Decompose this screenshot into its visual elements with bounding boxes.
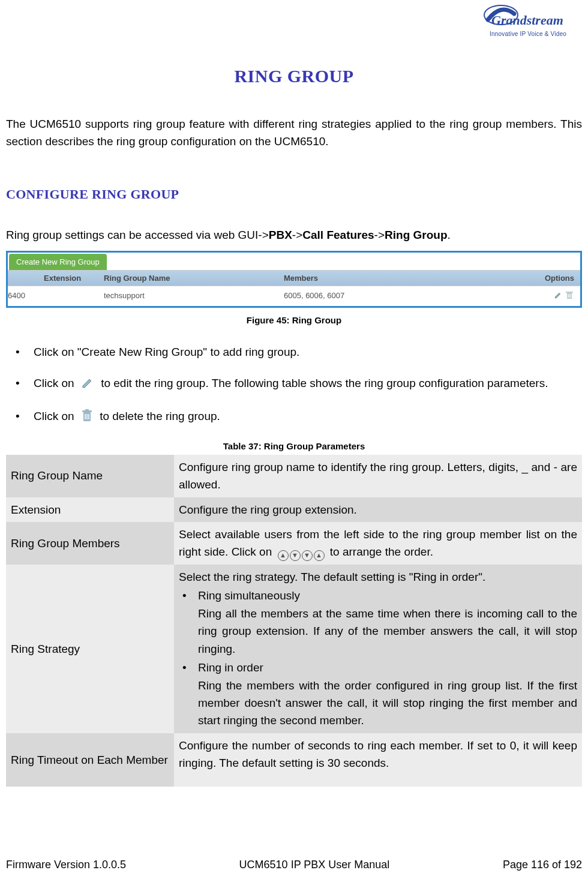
pencil-edit-icon xyxy=(81,376,94,394)
brand-logo: Grandstream Innovative IP Voice & Video xyxy=(474,3,582,37)
cell-name: techsupport xyxy=(104,289,284,304)
bullet-pre: Click on xyxy=(34,377,77,389)
strategy-title: Ring simultaneously xyxy=(198,589,300,602)
arrange-order-icons: ▲ ▼ ▼ ▲ xyxy=(278,550,325,561)
screenshot-data-row: 6400 techsupport 6005, 6006, 6007 xyxy=(8,286,580,306)
table-row: Ring Timeout on Each Member Configure th… xyxy=(6,733,582,787)
svg-text:Grandstream: Grandstream xyxy=(491,13,563,28)
page-title: RING GROUP xyxy=(6,66,582,86)
instruction-list: Click on "Create New Ring Group" to add … xyxy=(6,343,582,427)
list-item: Click on to edit the ring group. The fol… xyxy=(16,374,582,394)
parameters-table: Ring Group Name Configure ring group nam… xyxy=(6,455,582,787)
footer-manual: UCM6510 IP PBX User Manual xyxy=(239,859,390,871)
edit-icon xyxy=(554,291,562,299)
page-content: RING GROUP The UCM6510 supports ring gro… xyxy=(0,6,588,787)
param-name: Ring Strategy xyxy=(6,565,174,733)
config-b1: PBX xyxy=(269,229,292,241)
table-row: Ring Group Name Configure ring group nam… xyxy=(6,455,582,497)
move-top-icon: ▲ xyxy=(278,550,289,561)
param-name: Ring Group Name xyxy=(6,455,174,497)
param-name: Ring Group Members xyxy=(6,522,174,565)
col-ring-group-name: Ring Group Name xyxy=(104,271,284,286)
bullet-text: Click on "Create New Ring Group" to add … xyxy=(34,346,299,358)
logo-tagline: Innovative IP Voice & Video xyxy=(474,31,582,37)
param-desc: Configure the ring group extension. xyxy=(174,497,582,522)
ring-group-screenshot: Create New Ring Group Extension Ring Gro… xyxy=(6,251,582,308)
param-desc: Select the ring strategy. The default se… xyxy=(174,565,582,733)
config-b3: Ring Group xyxy=(385,229,447,241)
cell-extension: 6400 xyxy=(8,289,104,304)
table-row: Ring Strategy Select the ring strategy. … xyxy=(6,565,582,733)
col-members: Members xyxy=(284,271,494,286)
table-row: Extension Configure the ring group exten… xyxy=(6,497,582,522)
list-item: Click on to delete the ring group. xyxy=(16,407,582,427)
list-item: Ring simultaneously Ring all the members… xyxy=(179,587,577,658)
strategy-intro: Select the ring strategy. The default se… xyxy=(179,568,577,586)
param-name: Extension xyxy=(6,497,174,522)
cell-options xyxy=(494,289,580,304)
footer-page: Page 116 of 192 xyxy=(503,859,582,871)
trash-delete-icon xyxy=(81,409,93,427)
config-sep2: -> xyxy=(374,229,385,241)
table-caption: Table 37: Ring Group Parameters xyxy=(6,441,582,451)
footer-firmware: Firmware Version 1.0.0.5 xyxy=(6,859,126,871)
config-sep1: -> xyxy=(292,229,302,241)
create-ring-group-button-image: Create New Ring Group xyxy=(9,254,107,270)
strategy-body: Ring the members with the order configur… xyxy=(198,677,577,730)
config-post: . xyxy=(448,229,451,241)
config-path-line: Ring group settings can be accessed via … xyxy=(6,226,582,244)
figure-caption: Figure 45: Ring Group xyxy=(6,315,582,325)
svg-rect-9 xyxy=(85,409,89,410)
section-heading: CONFIGURE RING GROUP xyxy=(6,187,582,202)
screenshot-header-row: Extension Ring Group Name Members Option… xyxy=(8,270,580,286)
col-extension: Extension xyxy=(8,271,104,286)
param-desc: Configure the number of seconds to ring … xyxy=(174,733,582,787)
desc-post: to arrange the order. xyxy=(330,545,433,558)
strategy-title: Ring in order xyxy=(198,661,263,674)
move-bottom-icon: ▲ xyxy=(314,550,325,561)
param-name: Ring Timeout on Each Member xyxy=(6,733,174,787)
bullet-post: to delete the ring group. xyxy=(100,410,220,422)
svg-rect-3 xyxy=(566,292,573,293)
move-up-icon: ▼ xyxy=(290,550,301,561)
config-b2: Call Features xyxy=(302,229,374,241)
list-item: Ring in order Ring the members with the … xyxy=(179,659,577,730)
col-options: Options xyxy=(494,271,580,286)
list-item: Click on "Create New Ring Group" to add … xyxy=(16,343,582,361)
param-desc: Configure ring group name to identify th… xyxy=(174,455,582,497)
strategy-list: Ring simultaneously Ring all the members… xyxy=(179,587,577,730)
bullet-pre: Click on xyxy=(34,410,77,422)
delete-icon xyxy=(566,291,573,299)
cell-members: 6005, 6006, 6007 xyxy=(284,289,494,304)
grandstream-logo-svg: Grandstream xyxy=(477,3,579,32)
table-row: Ring Group Members Select available user… xyxy=(6,522,582,565)
page-footer: Firmware Version 1.0.0.5 UCM6510 IP PBX … xyxy=(6,859,582,871)
param-desc: Select available users from the left sid… xyxy=(174,522,582,565)
svg-rect-8 xyxy=(82,410,92,412)
config-pre: Ring group settings can be accessed via … xyxy=(6,229,269,241)
bullet-post: to edit the ring group. The following ta… xyxy=(101,377,548,389)
intro-paragraph: The UCM6510 supports ring group feature … xyxy=(6,115,582,151)
move-down-icon: ▼ xyxy=(302,550,313,561)
strategy-body: Ring all the members at the same time wh… xyxy=(198,605,577,658)
